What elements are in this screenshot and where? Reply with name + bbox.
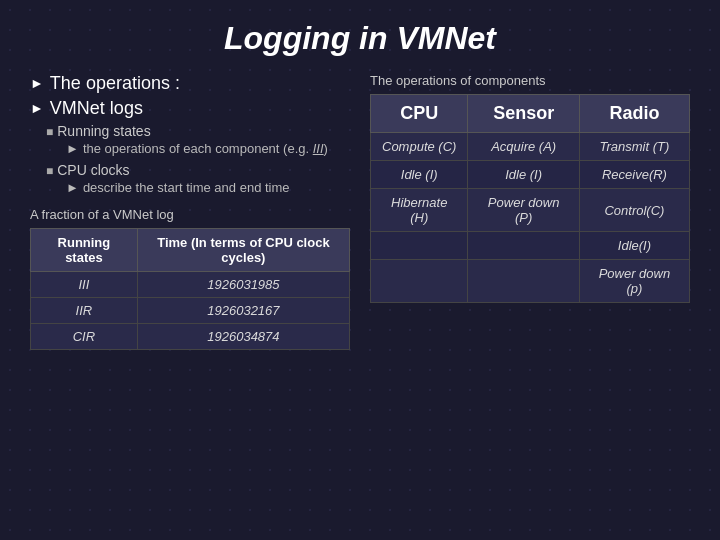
ops-table-cell: Control(C) xyxy=(579,189,689,232)
ops-table-row: Power down (p) xyxy=(371,260,690,303)
ops-table-cell: Acquire (A) xyxy=(468,133,579,161)
log-table-cell: III xyxy=(31,272,138,298)
ops-table-cell: Compute (C) xyxy=(371,133,468,161)
cpu-clocks-text: CPU clocks xyxy=(57,162,129,178)
ops-table-body: Compute (C)Acquire (A)Transmit (T)Idle (… xyxy=(371,133,690,303)
ops-table-row: Compute (C)Acquire (A)Transmit (T) xyxy=(371,133,690,161)
ops-table-cell: Power down (P) xyxy=(468,189,579,232)
log-table-cell: 1926034874 xyxy=(137,324,349,350)
log-col-header-1: Running states xyxy=(31,229,138,272)
ops-table-cell: Transmit (T) xyxy=(579,133,689,161)
ops-col-radio: Radio xyxy=(579,95,689,133)
log-table-header-row: Running states Time (In terms of CPU clo… xyxy=(31,229,350,272)
running-states-sub: ► the operations of each component (e.g.… xyxy=(66,141,350,156)
cpu-clocks-section: ■ CPU clocks ► describe the start time a… xyxy=(46,162,350,195)
ops-header-row: CPU Sensor Radio xyxy=(371,95,690,133)
ops-table-title: The operations of components xyxy=(370,73,690,88)
arrow-icon-4: ► xyxy=(66,180,79,195)
square-icon-1: ■ xyxy=(46,125,53,139)
running-states-sub-text: the operations of each component (e.g. I… xyxy=(83,141,328,156)
square-icon-2: ■ xyxy=(46,164,53,178)
ops-col-cpu: CPU xyxy=(371,95,468,133)
ops-table-cell: Idle (I) xyxy=(468,161,579,189)
bullet-1-text: The operations : xyxy=(50,73,180,94)
ops-table-cell xyxy=(468,232,579,260)
bullet-item-1: ► The operations : xyxy=(30,73,350,94)
left-panel: ► The operations : ► VMNet logs ■ Runnin… xyxy=(30,73,350,350)
running-states-text: Running states xyxy=(57,123,150,139)
ops-table-cell xyxy=(371,260,468,303)
log-table-body: III1926031985IIR1926032167CIR1926034874 xyxy=(31,272,350,350)
log-table-row: IIR1926032167 xyxy=(31,298,350,324)
arrow-icon-1: ► xyxy=(30,75,44,91)
running-states-label: ■ Running states xyxy=(46,123,350,139)
cpu-clocks-sub-bullet: ► describe the start time and end time xyxy=(66,180,350,195)
log-table-row: III1926031985 xyxy=(31,272,350,298)
bullet-item-2: ► VMNet logs xyxy=(30,98,350,119)
ops-table-row: Idle (I)Idle (I)Receive(R) xyxy=(371,161,690,189)
log-table-cell: 1926031985 xyxy=(137,272,349,298)
ops-table-cell: Receive(R) xyxy=(579,161,689,189)
ops-table-cell xyxy=(371,232,468,260)
log-table: Running states Time (In terms of CPU clo… xyxy=(30,228,350,350)
ops-table: CPU Sensor Radio Compute (C)Acquire (A)T… xyxy=(370,94,690,303)
arrow-icon-2: ► xyxy=(30,100,44,116)
ops-table-cell: Idle(I) xyxy=(579,232,689,260)
right-panel: The operations of components CPU Sensor … xyxy=(370,73,690,303)
ops-table-cell xyxy=(468,260,579,303)
log-table-row: CIR1926034874 xyxy=(31,324,350,350)
content-area: ► The operations : ► VMNet logs ■ Runnin… xyxy=(30,73,690,350)
bullet-2-text: VMNet logs xyxy=(50,98,143,119)
cpu-clocks-label: ■ CPU clocks xyxy=(46,162,350,178)
page-title: Logging in VMNet xyxy=(30,20,690,57)
cpu-clocks-sub-text: describe the start time and end time xyxy=(83,180,290,195)
ops-col-sensor: Sensor xyxy=(468,95,579,133)
running-states-section: ■ Running states ► the operations of eac… xyxy=(46,123,350,156)
running-states-sub-bullet: ► the operations of each component (e.g.… xyxy=(66,141,350,156)
ops-table-cell: Hibernate (H) xyxy=(371,189,468,232)
ops-table-row: Hibernate (H)Power down (P)Control(C) xyxy=(371,189,690,232)
example-italic: III xyxy=(313,141,324,156)
arrow-icon-3: ► xyxy=(66,141,79,156)
cpu-clocks-sub: ► describe the start time and end time xyxy=(66,180,350,195)
ops-table-cell: Power down (p) xyxy=(579,260,689,303)
log-section: A fraction of a VMNet log Running states… xyxy=(30,207,350,350)
page: Logging in VMNet ► The operations : ► VM… xyxy=(0,0,720,540)
log-col-header-2: Time (In terms of CPU clock cycles) xyxy=(137,229,349,272)
log-table-cell: CIR xyxy=(31,324,138,350)
log-table-cell: 1926032167 xyxy=(137,298,349,324)
ops-table-row: Idle(I) xyxy=(371,232,690,260)
log-section-title: A fraction of a VMNet log xyxy=(30,207,350,222)
ops-table-cell: Idle (I) xyxy=(371,161,468,189)
log-table-cell: IIR xyxy=(31,298,138,324)
